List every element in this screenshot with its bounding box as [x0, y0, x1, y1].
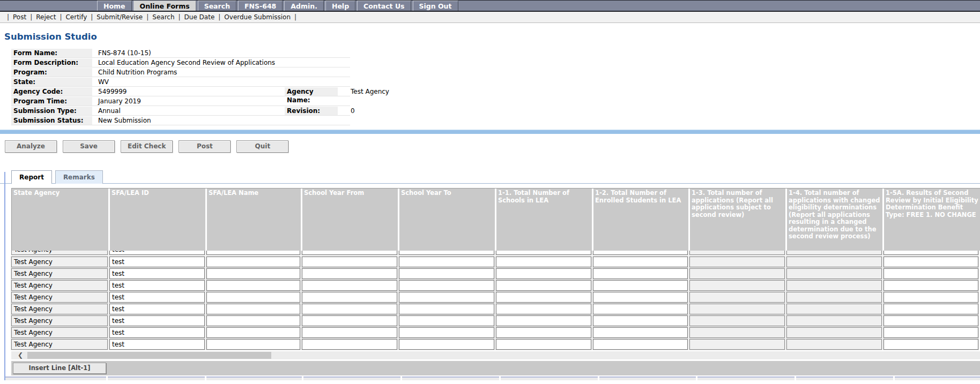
grid-cell-input-col2[interactable]: test: [109, 257, 205, 267]
topnav-tab-search[interactable]: Search: [198, 1, 236, 11]
grid-cell-input-col3[interactable]: [206, 280, 300, 291]
grid-cell-input-col2[interactable]: test: [109, 339, 205, 350]
grid-cell-input-col7[interactable]: [593, 251, 688, 255]
grid-cell-input-col5[interactable]: [399, 339, 494, 350]
grid-cell-input-col2[interactable]: test: [109, 268, 205, 279]
menu-item-search[interactable]: Search: [152, 13, 174, 21]
form-info-row: Agency Code:5499999Agency Name:Test Agen…: [11, 87, 515, 96]
grid-cell-input-col5[interactable]: [399, 292, 494, 303]
menu-item-submit-revise[interactable]: Submit/Revise: [96, 13, 143, 21]
grid-cell: [399, 303, 496, 315]
menu-separator: |: [91, 13, 93, 21]
grid-cell-input-col3[interactable]: [206, 268, 300, 279]
grid-cell-input-col7[interactable]: [593, 315, 688, 326]
grid-cell-input-col10[interactable]: [884, 339, 978, 350]
grid-cell-input-col3[interactable]: [206, 327, 300, 338]
menu-item-due-date[interactable]: Due Date: [184, 13, 215, 21]
grid-cell-input-col10[interactable]: [884, 327, 978, 338]
column-header-state-agency: State Agency: [12, 189, 110, 251]
column-header-school-year-from: School Year From: [302, 189, 399, 251]
grid-cell-input-col4[interactable]: [302, 327, 397, 338]
scrollbar-thumb[interactable]: [27, 352, 271, 359]
grid-cell-input-col5[interactable]: [399, 251, 494, 255]
grid-cell-input-col6[interactable]: [496, 315, 591, 326]
save-button[interactable]: Save: [63, 140, 115, 153]
tab-remarks[interactable]: Remarks: [55, 170, 103, 184]
analyze-button[interactable]: Analyze: [5, 140, 57, 153]
grid-cell-input-col2[interactable]: test: [109, 327, 205, 338]
grid-cell: [884, 327, 980, 338]
post-button[interactable]: Post: [179, 140, 231, 153]
grid-cell-input-col6[interactable]: [496, 292, 591, 303]
grid-cell-input-col1: Test Agency: [11, 257, 108, 267]
grid-cell-input-col7[interactable]: [593, 304, 688, 314]
grid-cell-input-col2[interactable]: test: [109, 304, 205, 314]
grid-cell-input-col7[interactable]: [593, 257, 688, 267]
grid-cell-input-col6[interactable]: [496, 327, 591, 338]
grid-cell-input-col2[interactable]: test: [109, 251, 205, 255]
grid-cell-input-col10[interactable]: [884, 257, 978, 267]
topnav-tab-help[interactable]: Help: [325, 1, 355, 11]
insert-line-button[interactable]: Insert Line [Alt-1]: [13, 363, 106, 374]
menu-item-overdue-submission[interactable]: Overdue Submission: [224, 13, 291, 21]
grid-cell-input-col3[interactable]: [206, 339, 300, 350]
grid-cell-input-col6[interactable]: [496, 339, 591, 350]
grid-cell-input-col7[interactable]: [593, 292, 688, 303]
grid-cell-input-col6[interactable]: [496, 257, 591, 267]
grid-cell-input-col2[interactable]: test: [109, 315, 205, 326]
grid-cell-input-col10[interactable]: [884, 304, 978, 314]
grid-cell-input-col4[interactable]: [302, 304, 397, 314]
topnav-tab-fns-648[interactable]: FNS-648: [238, 1, 283, 11]
topnav-tab-contact-us[interactable]: Contact Us: [357, 1, 411, 11]
grid-cell-input-col3[interactable]: [206, 315, 300, 326]
topnav-tab-home[interactable]: Home: [97, 1, 132, 11]
grid-cell-input-col7[interactable]: [593, 268, 688, 279]
grid-cell-input-col5[interactable]: [399, 327, 494, 338]
grid-cell-input-col6[interactable]: [496, 304, 591, 314]
grid-cell-input-col10[interactable]: [884, 280, 978, 291]
quit-button[interactable]: Quit: [236, 140, 288, 153]
grid-cell-input-col1: Test Agency: [11, 251, 108, 255]
grid-cell-input-col3[interactable]: [206, 292, 300, 303]
grid-cell-input-col5[interactable]: [399, 280, 494, 291]
grid-cell-input-col5[interactable]: [399, 304, 494, 314]
grid-cell-input-col4[interactable]: [302, 339, 397, 350]
grid-cell-input-col4[interactable]: [302, 292, 397, 303]
grid-cell-input-col4[interactable]: [302, 251, 397, 255]
tab-report[interactable]: Report: [11, 170, 52, 184]
grid-cell-input-col3[interactable]: [206, 304, 300, 314]
horizontal-scrollbar[interactable]: ❮: [11, 351, 980, 359]
grid-cell-input-col10[interactable]: [884, 292, 978, 303]
grid-cell-input-col5[interactable]: [399, 268, 494, 279]
topnav-tab-admin[interactable]: Admin.: [284, 1, 324, 11]
grid-cell-input-col4[interactable]: [302, 257, 397, 267]
grid-cell-input-col3[interactable]: [206, 251, 300, 255]
grid-cell-input-col10[interactable]: [884, 315, 978, 326]
grid-cell-input-col6[interactable]: [496, 268, 591, 279]
menu-item-post[interactable]: Post: [13, 13, 26, 21]
grid-cell-input-col5[interactable]: [399, 257, 494, 267]
grid-cell-input-col7[interactable]: [593, 339, 688, 350]
grid-cell-input-col6[interactable]: [496, 251, 591, 255]
scroll-left-arrow-icon[interactable]: ❮: [18, 351, 23, 359]
grid-cell-input-col5[interactable]: [399, 315, 494, 326]
grid-cell-input-col4[interactable]: [302, 315, 397, 326]
grid-cell-input-col3[interactable]: [206, 257, 300, 267]
menu-item-certify[interactable]: Certify: [65, 13, 87, 21]
grid-cell-input-col10[interactable]: [884, 268, 978, 279]
grid-cell-input-col4[interactable]: [302, 268, 397, 279]
grid-cell-input-col10[interactable]: [884, 251, 978, 255]
table-row: Test Agencytest: [11, 280, 980, 291]
edit-check-button[interactable]: Edit Check: [121, 140, 173, 153]
topnav-tab-sign-out[interactable]: Sign Out: [413, 1, 458, 11]
grid-cell-input-col2[interactable]: test: [109, 292, 205, 303]
grid-cell-input-col7[interactable]: [593, 327, 688, 338]
grid-cell-input-col6[interactable]: [496, 280, 591, 291]
grid-cell-input-col2[interactable]: test: [109, 280, 205, 291]
column-header-1-3-total-number-of-applications-report-: 1-3. Total number of applications (Repor…: [690, 189, 787, 251]
grid-cell-input-col7[interactable]: [593, 280, 688, 291]
menu-item-reject[interactable]: Reject: [36, 13, 56, 21]
topnav-tab-online-forms[interactable]: Online Forms: [133, 1, 196, 11]
table-row: Test Agencytest: [11, 315, 980, 327]
grid-cell-input-col4[interactable]: [302, 280, 397, 291]
